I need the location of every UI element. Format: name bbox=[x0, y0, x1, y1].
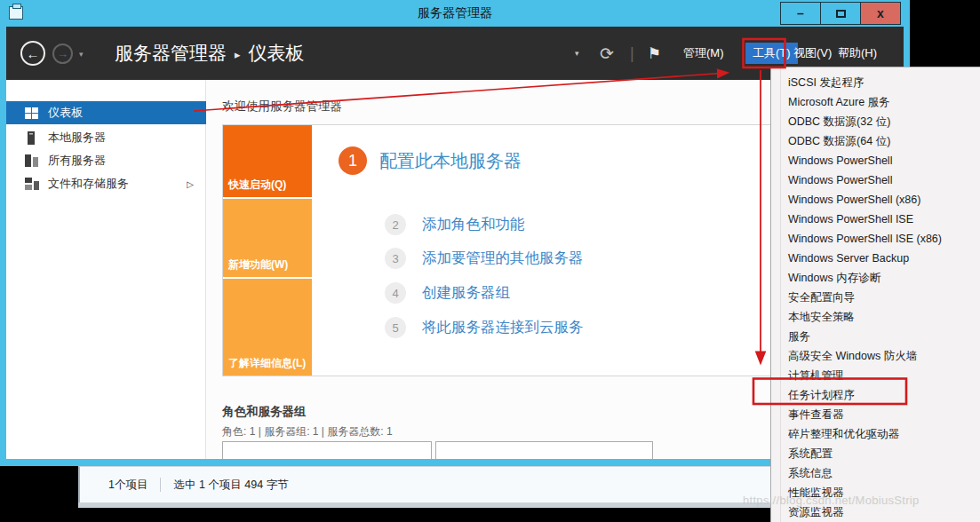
welcome-heading: 欢迎使用服务器管理器 bbox=[222, 99, 342, 115]
maximize-button[interactable] bbox=[820, 2, 861, 25]
watermark: https://blog.csdn.net/MobiusStrip bbox=[743, 494, 920, 507]
menu-item-odbc-64[interactable]: ODBC 数据源(64 位) bbox=[771, 131, 980, 151]
menu-item-powershell-x86[interactable]: Windows PowerShell (x86) bbox=[771, 190, 980, 210]
menu-item-windows-server-backup[interactable]: Windows Server Backup bbox=[771, 249, 980, 268]
quickstart-column: 快速启动(Q) 新增功能(W) 了解详细信息(L) bbox=[223, 125, 312, 376]
menu-item-powershell-2[interactable]: Windows PowerShell bbox=[771, 170, 980, 190]
toolbar-divider: | bbox=[630, 27, 634, 80]
sidebar-item-label: 仪表板 bbox=[48, 105, 83, 121]
statusbar-divider bbox=[160, 478, 161, 492]
sidebar: 仪表板 本地服务器 所有服务器 文件和存储服务 ▷ bbox=[6, 80, 206, 459]
step-number-badge: 3 bbox=[385, 248, 406, 269]
maximize-icon bbox=[836, 10, 846, 18]
window-title: 服务器管理器 bbox=[0, 5, 910, 21]
minimize-button[interactable]: – bbox=[780, 2, 821, 25]
tools-dropdown-menu: iSCSI 发起程序 Microsoft Azure 服务 ODBC 数据源(3… bbox=[770, 67, 980, 522]
menu-item-iscsi-initiator[interactable]: iSCSI 发起程序 bbox=[771, 73, 980, 92]
sidebar-item-file-storage-services[interactable]: 文件和存储服务 ▷ bbox=[6, 172, 206, 195]
step-configure-local-server: 1 配置此本地服务器 bbox=[339, 146, 522, 175]
step-number-badge: 2 bbox=[385, 214, 406, 235]
role-tile-placeholder[interactable] bbox=[222, 441, 432, 459]
menu-item-system-information[interactable]: 系统信息 bbox=[771, 463, 980, 483]
step-create-server-group: 4 创建服务器组 bbox=[385, 282, 510, 304]
menu-item-security-config-wizard[interactable]: 安全配置向导 bbox=[771, 288, 980, 307]
window-controls: – x bbox=[781, 2, 901, 25]
step-number-badge: 1 bbox=[339, 146, 367, 175]
dashboard-grid-icon bbox=[25, 107, 40, 119]
breadcrumb-root[interactable]: 服务器管理器 bbox=[115, 41, 227, 66]
tab-quick-start[interactable]: 快速启动(Q) bbox=[223, 125, 312, 197]
menu-item-windows-firewall[interactable]: 高级安全 Windows 防火墙 bbox=[771, 346, 980, 366]
breadcrumb-current: 仪表板 bbox=[249, 41, 305, 66]
all-servers-icon bbox=[25, 154, 40, 167]
menu-item-system-configuration[interactable]: 系统配置 bbox=[771, 444, 980, 463]
forward-button[interactable]: → bbox=[52, 44, 73, 64]
desktop: 服务器管理器 – x ← → ▾ 服务器管理器 ▸ 仪表板 ▾ ⟳ | ⚑ 管理… bbox=[0, 0, 980, 522]
items-count-label: 1个项目 bbox=[108, 478, 147, 493]
connect-cloud-link[interactable]: 将此服务器连接到云服务 bbox=[422, 318, 584, 337]
expand-chevron-icon[interactable]: ▷ bbox=[187, 179, 194, 189]
role-tile-placeholder[interactable] bbox=[435, 441, 653, 459]
refresh-icon[interactable]: ⟳ bbox=[600, 27, 614, 80]
menu-item-odbc-32[interactable]: ODBC 数据源(32 位) bbox=[771, 112, 980, 131]
tab-learn-more[interactable]: 了解详细信息(L) bbox=[223, 279, 312, 376]
add-servers-link[interactable]: 添加要管理的其他服务器 bbox=[422, 249, 584, 268]
menu-item-defrag-optimize[interactable]: 碎片整理和优化驱动器 bbox=[771, 424, 980, 444]
menu-item-powershell[interactable]: Windows PowerShell bbox=[771, 151, 980, 170]
sidebar-item-dashboard[interactable]: 仪表板 bbox=[6, 101, 206, 124]
sidebar-item-label: 本地服务器 bbox=[48, 130, 106, 146]
selection-label: 选中 1 个项目 494 字节 bbox=[173, 478, 288, 493]
tab-whats-new[interactable]: 新增功能(W) bbox=[223, 199, 312, 277]
step-number-badge: 4 bbox=[385, 282, 406, 304]
roles-section-summary: 角色: 1 | 服务器组: 1 | 服务器总数: 1 bbox=[222, 424, 393, 439]
sidebar-item-label: 文件和存储服务 bbox=[48, 176, 129, 192]
add-roles-link[interactable]: 添加角色和功能 bbox=[422, 215, 525, 234]
menu-item-powershell-ise[interactable]: Windows PowerShell ISE bbox=[771, 210, 980, 229]
menu-item-computer-management[interactable]: 计算机管理 bbox=[771, 366, 980, 385]
local-server-icon bbox=[25, 131, 40, 145]
menu-item-microsoft-azure-services[interactable]: Microsoft Azure 服务 bbox=[771, 92, 980, 112]
create-server-group-link[interactable]: 创建服务器组 bbox=[422, 283, 510, 303]
titlebar[interactable]: 服务器管理器 – x bbox=[0, 0, 910, 27]
configure-local-server-link[interactable]: 配置此本地服务器 bbox=[379, 149, 522, 173]
sidebar-item-label: 所有服务器 bbox=[48, 153, 106, 169]
menu-manage[interactable]: 管理(M) bbox=[683, 27, 724, 80]
history-caret-icon[interactable]: ▾ bbox=[79, 50, 84, 59]
menu-item-event-viewer[interactable]: 事件查看器 bbox=[771, 405, 980, 424]
step-add-roles: 2 添加角色和功能 bbox=[385, 214, 525, 235]
back-button[interactable]: ← bbox=[20, 41, 45, 66]
navigation-bar: ← → ▾ 服务器管理器 ▸ 仪表板 ▾ ⟳ | ⚑ 管理(M) 工具(T) 视… bbox=[6, 27, 904, 80]
breadcrumb-separator-icon: ▸ bbox=[235, 45, 241, 61]
flag-icon[interactable]: ⚑ bbox=[648, 27, 661, 80]
menu-item-memory-diagnostic[interactable]: Windows 内存诊断 bbox=[771, 268, 980, 288]
roles-section-heading: 角色和服务器组 bbox=[222, 404, 307, 420]
sidebar-item-local-server[interactable]: 本地服务器 bbox=[6, 126, 206, 149]
breadcrumb: 服务器管理器 ▸ 仪表板 bbox=[115, 41, 305, 66]
notifications-caret-icon[interactable]: ▾ bbox=[575, 27, 579, 80]
menu-gutter-line bbox=[780, 67, 781, 522]
menu-item-powershell-ise-x86[interactable]: Windows PowerShell ISE (x86) bbox=[771, 229, 980, 249]
menu-item-task-scheduler[interactable]: 任务计划程序 bbox=[771, 385, 980, 405]
window-border-left bbox=[0, 27, 6, 466]
file-storage-icon bbox=[25, 178, 40, 190]
sidebar-item-all-servers[interactable]: 所有服务器 bbox=[6, 149, 206, 172]
menu-item-local-security-policy[interactable]: 本地安全策略 bbox=[771, 307, 980, 327]
step-add-servers: 3 添加要管理的其他服务器 bbox=[385, 248, 584, 269]
menu-item-services[interactable]: 服务 bbox=[771, 327, 980, 346]
step-number-badge: 5 bbox=[385, 317, 406, 338]
step-connect-cloud: 5 将此服务器连接到云服务 bbox=[385, 317, 584, 338]
close-button[interactable]: x bbox=[860, 2, 901, 25]
